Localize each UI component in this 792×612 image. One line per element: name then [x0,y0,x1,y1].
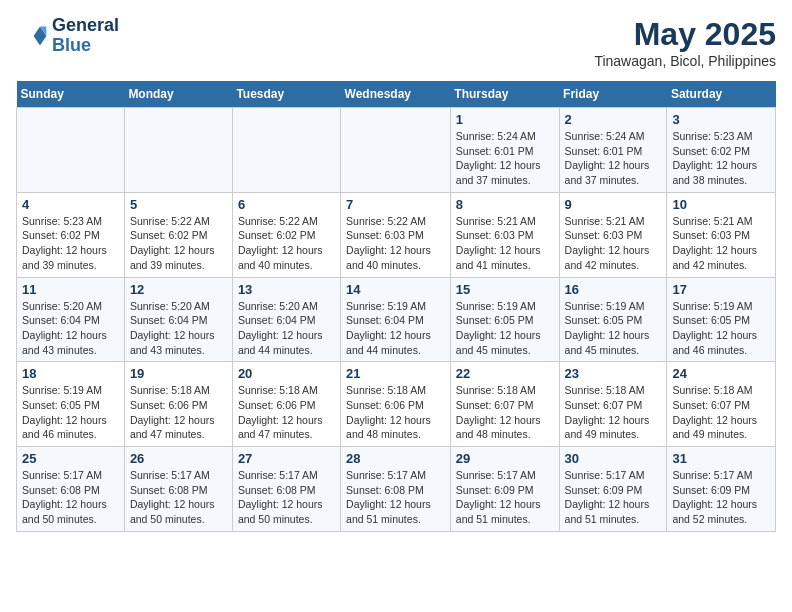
day-number: 18 [22,366,119,381]
calendar-cell: 25Sunrise: 5:17 AM Sunset: 6:08 PM Dayli… [17,447,125,532]
day-number: 17 [672,282,770,297]
day-info: Sunrise: 5:19 AM Sunset: 6:05 PM Dayligh… [22,383,119,442]
day-info: Sunrise: 5:19 AM Sunset: 6:05 PM Dayligh… [456,299,554,358]
page-header: General Blue May 2025 Tinawagan, Bicol, … [16,16,776,69]
calendar-cell: 29Sunrise: 5:17 AM Sunset: 6:09 PM Dayli… [450,447,559,532]
day-number: 2 [565,112,662,127]
day-number: 28 [346,451,445,466]
day-info: Sunrise: 5:23 AM Sunset: 6:02 PM Dayligh… [672,129,770,188]
calendar-cell: 13Sunrise: 5:20 AM Sunset: 6:04 PM Dayli… [232,277,340,362]
col-header-wednesday: Wednesday [341,81,451,108]
day-info: Sunrise: 5:18 AM Sunset: 6:07 PM Dayligh… [456,383,554,442]
day-number: 16 [565,282,662,297]
day-number: 13 [238,282,335,297]
month-title: May 2025 [594,16,776,53]
calendar-cell: 30Sunrise: 5:17 AM Sunset: 6:09 PM Dayli… [559,447,667,532]
day-info: Sunrise: 5:22 AM Sunset: 6:02 PM Dayligh… [130,214,227,273]
calendar-cell: 31Sunrise: 5:17 AM Sunset: 6:09 PM Dayli… [667,447,776,532]
day-number: 22 [456,366,554,381]
day-info: Sunrise: 5:17 AM Sunset: 6:08 PM Dayligh… [22,468,119,527]
calendar-cell: 28Sunrise: 5:17 AM Sunset: 6:08 PM Dayli… [341,447,451,532]
day-info: Sunrise: 5:17 AM Sunset: 6:09 PM Dayligh… [672,468,770,527]
day-info: Sunrise: 5:23 AM Sunset: 6:02 PM Dayligh… [22,214,119,273]
calendar-cell: 22Sunrise: 5:18 AM Sunset: 6:07 PM Dayli… [450,362,559,447]
title-area: May 2025 Tinawagan, Bicol, Philippines [594,16,776,69]
day-info: Sunrise: 5:20 AM Sunset: 6:04 PM Dayligh… [22,299,119,358]
day-number: 9 [565,197,662,212]
day-number: 3 [672,112,770,127]
calendar-cell: 3Sunrise: 5:23 AM Sunset: 6:02 PM Daylig… [667,108,776,193]
day-number: 27 [238,451,335,466]
day-number: 1 [456,112,554,127]
col-header-saturday: Saturday [667,81,776,108]
calendar-cell: 24Sunrise: 5:18 AM Sunset: 6:07 PM Dayli… [667,362,776,447]
calendar-cell: 17Sunrise: 5:19 AM Sunset: 6:05 PM Dayli… [667,277,776,362]
day-info: Sunrise: 5:21 AM Sunset: 6:03 PM Dayligh… [456,214,554,273]
calendar-cell: 21Sunrise: 5:18 AM Sunset: 6:06 PM Dayli… [341,362,451,447]
col-header-tuesday: Tuesday [232,81,340,108]
calendar-cell: 11Sunrise: 5:20 AM Sunset: 6:04 PM Dayli… [17,277,125,362]
day-number: 4 [22,197,119,212]
day-number: 11 [22,282,119,297]
calendar-cell [124,108,232,193]
day-number: 30 [565,451,662,466]
day-number: 24 [672,366,770,381]
calendar-cell: 27Sunrise: 5:17 AM Sunset: 6:08 PM Dayli… [232,447,340,532]
day-number: 8 [456,197,554,212]
day-info: Sunrise: 5:17 AM Sunset: 6:09 PM Dayligh… [456,468,554,527]
day-info: Sunrise: 5:18 AM Sunset: 6:06 PM Dayligh… [238,383,335,442]
calendar-cell: 19Sunrise: 5:18 AM Sunset: 6:06 PM Dayli… [124,362,232,447]
logo-text: General Blue [52,16,119,56]
col-header-monday: Monday [124,81,232,108]
logo-icon [16,20,48,52]
calendar-cell: 14Sunrise: 5:19 AM Sunset: 6:04 PM Dayli… [341,277,451,362]
day-number: 21 [346,366,445,381]
calendar-cell: 2Sunrise: 5:24 AM Sunset: 6:01 PM Daylig… [559,108,667,193]
calendar-cell: 6Sunrise: 5:22 AM Sunset: 6:02 PM Daylig… [232,192,340,277]
day-number: 12 [130,282,227,297]
calendar-cell [341,108,451,193]
day-info: Sunrise: 5:18 AM Sunset: 6:06 PM Dayligh… [346,383,445,442]
day-number: 25 [22,451,119,466]
day-number: 7 [346,197,445,212]
day-info: Sunrise: 5:18 AM Sunset: 6:06 PM Dayligh… [130,383,227,442]
day-info: Sunrise: 5:24 AM Sunset: 6:01 PM Dayligh… [565,129,662,188]
calendar-cell: 9Sunrise: 5:21 AM Sunset: 6:03 PM Daylig… [559,192,667,277]
day-number: 29 [456,451,554,466]
day-info: Sunrise: 5:19 AM Sunset: 6:05 PM Dayligh… [565,299,662,358]
day-info: Sunrise: 5:20 AM Sunset: 6:04 PM Dayligh… [238,299,335,358]
col-header-friday: Friday [559,81,667,108]
day-number: 5 [130,197,227,212]
calendar-cell: 5Sunrise: 5:22 AM Sunset: 6:02 PM Daylig… [124,192,232,277]
day-number: 15 [456,282,554,297]
day-info: Sunrise: 5:18 AM Sunset: 6:07 PM Dayligh… [672,383,770,442]
day-number: 10 [672,197,770,212]
calendar-cell: 12Sunrise: 5:20 AM Sunset: 6:04 PM Dayli… [124,277,232,362]
day-number: 26 [130,451,227,466]
day-number: 23 [565,366,662,381]
day-info: Sunrise: 5:21 AM Sunset: 6:03 PM Dayligh… [565,214,662,273]
day-info: Sunrise: 5:17 AM Sunset: 6:08 PM Dayligh… [346,468,445,527]
day-info: Sunrise: 5:24 AM Sunset: 6:01 PM Dayligh… [456,129,554,188]
day-number: 6 [238,197,335,212]
day-info: Sunrise: 5:17 AM Sunset: 6:08 PM Dayligh… [130,468,227,527]
calendar-cell [232,108,340,193]
calendar-table: SundayMondayTuesdayWednesdayThursdayFrid… [16,81,776,532]
calendar-cell: 16Sunrise: 5:19 AM Sunset: 6:05 PM Dayli… [559,277,667,362]
day-info: Sunrise: 5:17 AM Sunset: 6:08 PM Dayligh… [238,468,335,527]
day-info: Sunrise: 5:21 AM Sunset: 6:03 PM Dayligh… [672,214,770,273]
calendar-cell: 1Sunrise: 5:24 AM Sunset: 6:01 PM Daylig… [450,108,559,193]
location: Tinawagan, Bicol, Philippines [594,53,776,69]
calendar-cell: 23Sunrise: 5:18 AM Sunset: 6:07 PM Dayli… [559,362,667,447]
col-header-sunday: Sunday [17,81,125,108]
calendar-cell: 10Sunrise: 5:21 AM Sunset: 6:03 PM Dayli… [667,192,776,277]
day-number: 31 [672,451,770,466]
day-info: Sunrise: 5:22 AM Sunset: 6:02 PM Dayligh… [238,214,335,273]
calendar-cell: 18Sunrise: 5:19 AM Sunset: 6:05 PM Dayli… [17,362,125,447]
calendar-cell: 7Sunrise: 5:22 AM Sunset: 6:03 PM Daylig… [341,192,451,277]
col-header-thursday: Thursday [450,81,559,108]
calendar-cell: 8Sunrise: 5:21 AM Sunset: 6:03 PM Daylig… [450,192,559,277]
day-info: Sunrise: 5:17 AM Sunset: 6:09 PM Dayligh… [565,468,662,527]
calendar-cell: 20Sunrise: 5:18 AM Sunset: 6:06 PM Dayli… [232,362,340,447]
day-info: Sunrise: 5:19 AM Sunset: 6:05 PM Dayligh… [672,299,770,358]
